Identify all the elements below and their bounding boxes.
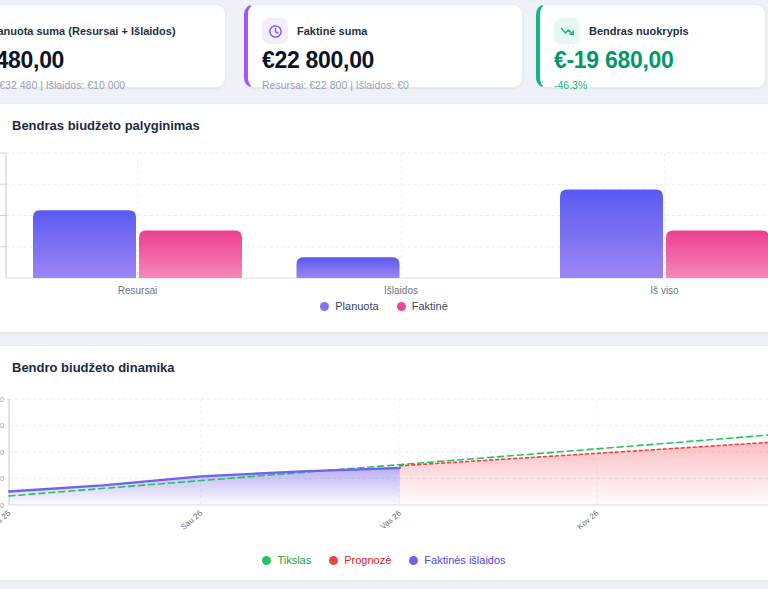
legend-label: Tikslas: [277, 554, 311, 566]
legend-item[interactable]: Tikslas: [262, 554, 311, 566]
bar-faktinė-iš viso[interactable]: [666, 231, 768, 279]
y-axis-label-clipped: 0: [0, 474, 4, 483]
legend-dot-icon: [409, 556, 418, 565]
card-subtitle: Resursai: €32 480 | Išlaidos: €10 000: [0, 79, 211, 91]
legend-item[interactable]: Faktinės išlaidos: [409, 554, 505, 566]
card-title: Faktinė suma: [297, 25, 367, 37]
legend-label: Planuota: [335, 300, 378, 312]
legend-dot-icon: [329, 556, 338, 565]
legend-label: Prognozė: [344, 554, 391, 566]
card-title: Planuota suma (Resursai + Išlaidos): [0, 25, 176, 37]
area-fill-prognozė: [400, 441, 768, 505]
legend-item[interactable]: Prognozė: [329, 554, 391, 566]
legend-dot-icon: [397, 302, 406, 311]
budget-dashboard: Planuota suma (Resursai + Išlaidos) €42 …: [0, 0, 768, 589]
line-chart-legend: TikslasPrognozėFaktinės išlaidos: [0, 554, 768, 566]
x-axis-label: Gru 25: [0, 508, 13, 531]
card-subtitle: Resursai: €22 800 | Išlaidos: €0: [262, 79, 508, 91]
card-title: Bendras nuokrypis: [589, 25, 689, 37]
line-chart-panel: Bendro biudžeto dinamika 00000Gru 25Sau …: [0, 345, 768, 581]
bar-chart-panel: Bendras biudžeto palyginimas ResursaiIšl…: [0, 103, 768, 333]
x-axis-label: Resursai: [118, 285, 157, 296]
y-axis-label-clipped: 0: [0, 501, 4, 510]
x-axis-label: Vas 26: [379, 508, 404, 531]
bar-planuota-resursai[interactable]: [33, 210, 136, 278]
y-axis-label-clipped: 0: [0, 448, 4, 457]
card-value: €22 800,00: [262, 47, 508, 74]
legend-item[interactable]: Faktinė: [397, 300, 448, 312]
x-axis-label: Sau 26: [179, 508, 205, 532]
bar-chart-legend: PlanuotaFaktinė: [0, 300, 768, 312]
trending-down-icon: [554, 18, 580, 44]
card-planned-sum: Planuota suma (Resursai + Išlaidos) €42 …: [0, 4, 226, 88]
card-subtitle: -46.3%: [554, 79, 751, 91]
legend-label: Faktinės išlaidos: [424, 554, 505, 566]
legend-label: Faktinė: [412, 300, 448, 312]
legend-dot-icon: [262, 556, 271, 565]
clock-icon: [262, 18, 288, 44]
bar-faktinė-resursai[interactable]: [139, 231, 242, 279]
bar-planuota-išlaidos[interactable]: [297, 257, 400, 278]
x-axis-label: Iš viso: [650, 285, 679, 296]
card-value: €-19 680,00: [554, 47, 751, 74]
line-chart-svg: 00000Gru 25Sau 26Vas 26Kov 26: [0, 346, 768, 582]
y-axis-label-clipped: 0: [0, 421, 4, 430]
bar-planuota-iš viso[interactable]: [560, 190, 663, 279]
y-axis-label-clipped: 0: [0, 395, 4, 404]
card-total-deviation: Bendras nuokrypis €-19 680,00 -46.3%: [536, 4, 766, 88]
card-actual-sum: Faktinė suma €22 800,00 Resursai: €22 80…: [244, 4, 523, 88]
x-axis-label: Išlaidos: [384, 285, 418, 296]
legend-item[interactable]: Planuota: [320, 300, 378, 312]
legend-dot-icon: [320, 302, 329, 311]
x-axis-label: Kov 26: [576, 508, 601, 531]
card-value: €42 480,00: [0, 47, 211, 74]
